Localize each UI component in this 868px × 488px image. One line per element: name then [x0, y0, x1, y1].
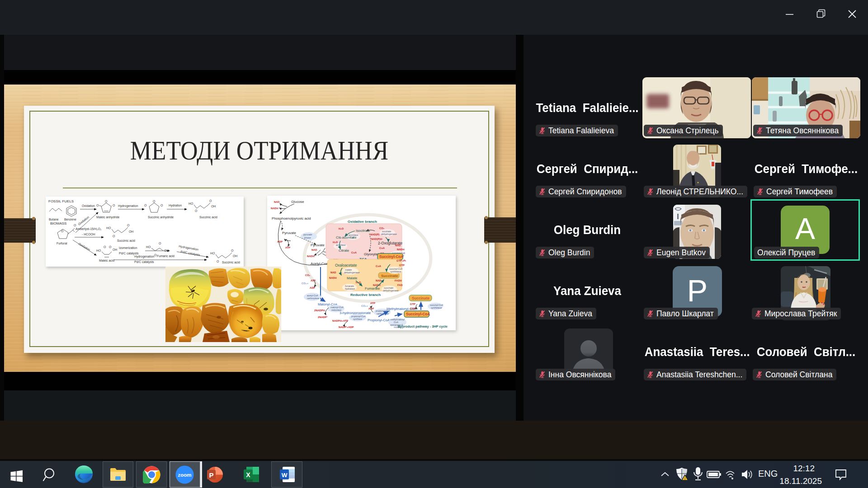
- svg-text:Fumarate: Fumarate: [365, 286, 380, 291]
- svg-text:FADH: FADH: [395, 279, 402, 282]
- svg-text:Phosphoenolpyruvic acid: Phosphoenolpyruvic acid: [272, 216, 311, 221]
- svg-text:O: O: [74, 224, 76, 227]
- svg-text:OH: OH: [113, 248, 117, 251]
- svg-text:- HCOOH: - HCOOH: [82, 233, 95, 236]
- svg-text:synthase: synthase: [353, 318, 362, 320]
- svg-text:Maleic anhydride: Maleic anhydride: [96, 216, 120, 219]
- svg-text:O: O: [104, 245, 106, 249]
- svg-text:NAD: NAD: [311, 249, 317, 251]
- svg-text:Butane: Butane: [49, 218, 59, 221]
- svg-text:HO: HO: [106, 226, 111, 230]
- svg-text:dehydrogenase: dehydrogenase: [383, 289, 399, 292]
- svg-text:O: O: [209, 199, 212, 202]
- svg-text:2NADP⁾: 2NADP⁾: [318, 315, 328, 319]
- svg-text:GTP: GTP: [410, 303, 415, 305]
- svg-text:W: W: [282, 472, 288, 479]
- svg-text:CO₂: CO₂: [305, 274, 311, 277]
- svg-text:O: O: [231, 249, 233, 252]
- svg-text:hydratase: hydratase: [345, 287, 355, 290]
- svg-text:O: O: [153, 200, 155, 203]
- svg-text:zoom: zoom: [178, 472, 191, 478]
- svg-text:O: O: [217, 260, 219, 263]
- svg-text:Succinyl-CoA: Succinyl-CoA: [406, 312, 430, 316]
- svg-text:CO₂+: CO₂+: [361, 305, 368, 307]
- svg-text:Succinic anhydride: Succinic anhydride: [148, 216, 174, 219]
- svg-text:P: P: [209, 471, 213, 479]
- svg-text:NAD: NAD: [274, 201, 280, 203]
- svg-text:Isocitrate: Isocitrate: [356, 229, 370, 233]
- svg-text:Oxidation: Oxidation: [82, 204, 95, 207]
- svg-text:GTP: GTP: [399, 264, 405, 267]
- svg-text:ATP: ATP: [370, 302, 375, 305]
- svg-text:CO₂: CO₂: [379, 227, 385, 230]
- svg-text:Oxidation: Oxidation: [77, 215, 90, 225]
- svg-text:NADP⁾+ADP: NADP⁾+ADP: [339, 325, 354, 328]
- svg-text:Succinic acid: Succinic acid: [222, 261, 240, 264]
- svg-text:HO: HO: [146, 245, 151, 249]
- svg-text:Succinic acid: Succinic acid: [117, 239, 135, 242]
- svg-text:Citrate: Citrate: [339, 249, 349, 253]
- svg-text:Hydrogenation: Hydrogenation: [118, 204, 138, 208]
- svg-text:Cis-aconitate: Cis-aconitate: [336, 235, 357, 239]
- svg-text:Malate: Malate: [347, 276, 357, 280]
- svg-text:O: O: [127, 224, 129, 227]
- svg-text:FAD: FAD: [397, 284, 403, 286]
- svg-text:CoA: CoA: [351, 251, 357, 254]
- svg-text:Izomerization: Izomerization: [119, 246, 137, 249]
- svg-text:O: O: [109, 245, 111, 249]
- svg-text:BIOMASS: BIOMASS: [50, 221, 66, 225]
- svg-text:FOSSIL FUELS: FOSSIL FUELS: [48, 199, 74, 203]
- svg-text:kinase: kinase: [304, 236, 311, 239]
- svg-text:Propionyl-CoA: Propionyl-CoA: [368, 318, 390, 322]
- svg-text:NADPH+ATP: NADPH+ATP: [332, 319, 348, 322]
- svg-text:NAD(P)H: NAD(P)H: [371, 238, 382, 240]
- svg-text:HO: HO: [189, 202, 193, 205]
- svg-text:Succinate: Succinate: [412, 296, 429, 300]
- svg-text:Succinic acid: Succinic acid: [199, 216, 217, 219]
- svg-text:GTP+Pi: GTP+Pi: [396, 259, 406, 262]
- svg-text:Hydrogenation: Hydrogenation: [134, 255, 154, 258]
- svg-text:NADH: NADH: [329, 277, 337, 279]
- svg-text:Byproduct pathway - 3HP cycle: Byproduct pathway - 3HP cycle: [398, 324, 448, 328]
- svg-text:Pd/C catalysts: Pd/C catalysts: [180, 250, 201, 257]
- svg-text:O: O: [154, 253, 156, 257]
- svg-text:Pyruvate: Pyruvate: [282, 231, 296, 235]
- svg-text:O: O: [96, 204, 99, 207]
- svg-text:!: !: [684, 477, 686, 481]
- svg-text:Oxidative branch: Oxidative branch: [348, 220, 377, 224]
- svg-text:O: O: [113, 235, 115, 238]
- svg-text:Pd/C catalysts: Pd/C catalysts: [134, 260, 154, 264]
- svg-text:OH: OH: [164, 249, 169, 252]
- svg-text:H₂O: H₂O: [339, 227, 344, 230]
- svg-text:2NADPH: 2NADPH: [314, 309, 325, 312]
- svg-text:HO: HO: [210, 252, 215, 255]
- svg-text:dehydrogenase: dehydrogenase: [344, 271, 360, 274]
- svg-text:O: O: [113, 204, 115, 207]
- svg-text:O: O: [159, 242, 161, 245]
- svg-text:Fumaric acid: Fumaric acid: [157, 254, 175, 258]
- svg-text:Furfural: Furfural: [57, 242, 67, 245]
- svg-text:Hydration: Hydration: [169, 204, 182, 207]
- svg-text:OH: OH: [211, 205, 216, 208]
- svg-text:O: O: [160, 204, 163, 207]
- svg-text:Benzene: Benzene: [64, 218, 76, 221]
- svg-text:OH: OH: [129, 230, 133, 233]
- svg-text:O: O: [105, 200, 107, 203]
- svg-text:OH: OH: [233, 254, 237, 258]
- svg-text:Oxidation: Oxidation: [78, 242, 91, 252]
- svg-text:O: O: [144, 204, 146, 207]
- svg-text:synthetase: synthetase: [431, 306, 442, 309]
- svg-text:NAD: NAD: [376, 279, 382, 282]
- svg-text:NADH: NADH: [397, 248, 405, 251]
- svg-text:Amberlyst-15/H₂O₂: Amberlyst-15/H₂O₂: [75, 227, 102, 231]
- svg-text:Maleic acid: Maleic acid: [99, 259, 114, 262]
- svg-text:Reductive branch: Reductive branch: [350, 293, 381, 297]
- svg-text:O: O: [195, 209, 197, 212]
- svg-text:Pyruvate: Pyruvate: [311, 243, 325, 247]
- svg-text:Oxaloacetate: Oxaloacetate: [335, 263, 357, 267]
- svg-text:HO: HO: [96, 249, 101, 252]
- svg-text:Glucose: Glucose: [291, 200, 304, 204]
- svg-text:NADH: NADH: [271, 207, 278, 210]
- svg-text:dehydrogenase: dehydrogenase: [381, 233, 397, 235]
- svg-text:Succinyl-CoA: Succinyl-CoA: [379, 255, 403, 259]
